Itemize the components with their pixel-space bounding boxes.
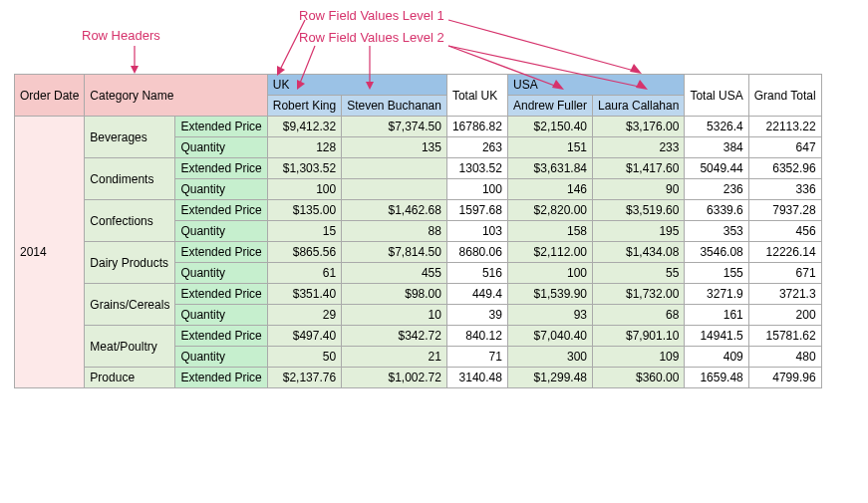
cell-value: 93 [507,305,592,326]
cell-value: 647 [748,137,821,158]
cell-value: 10 [342,305,447,326]
cell-value: 480 [748,347,821,368]
cell-category: Grains/Cereals [85,284,175,326]
cell-value: $2,820.00 [507,200,592,221]
cell-field: Extended Price [175,200,267,221]
cell-value: $1,539.90 [507,284,592,305]
cell-value: $360.00 [593,368,685,388]
cell-value: 6339.6 [685,200,748,221]
svg-line-2 [279,20,305,72]
cell-value: 155 [685,263,748,284]
table-row: ProduceExtended Price$2,137.76$1,002.723… [15,368,822,388]
col-laura: Laura Callahan [593,96,685,117]
table-row: ConfectionsExtended Price$135.00$1,462.6… [15,200,822,221]
svg-line-4 [448,20,638,72]
cell-value: 336 [748,179,821,200]
cell-value: $3,631.84 [507,158,592,179]
cell-value: $1,417.60 [593,158,685,179]
cell-value: $1,299.48 [507,368,592,388]
cell-field: Quantity [175,347,267,368]
cell-category: Produce [85,368,175,388]
cell-value: 1303.52 [446,158,507,179]
cell-value: 384 [685,137,748,158]
cell-value: 39 [446,305,507,326]
cell-field: Quantity [175,179,267,200]
cell-value: 29 [267,305,341,326]
cell-value: 16786.82 [446,117,507,137]
cell-value: 1659.48 [685,368,748,388]
col-usa: USA [507,75,684,96]
table-row: 2014BeveragesExtended Price$9,412.32$7,3… [15,117,822,137]
cell-value: 135 [342,137,447,158]
cell-value: 3721.3 [748,284,821,305]
cell-value: 3140.48 [446,368,507,388]
cell-value: 100 [267,179,341,200]
col-steven: Steven Buchanan [342,96,447,117]
cell-value: 61 [267,263,341,284]
col-robert: Robert King [267,96,341,117]
cell-value: $7,901.10 [593,326,685,347]
cell-field: Quantity [175,221,267,242]
table-row: Grains/CerealsExtended Price$351.40$98.0… [15,284,822,305]
cell-value: $9,412.32 [267,117,341,137]
cell-value: 14941.5 [685,326,748,347]
cell-value: 1597.68 [446,200,507,221]
cell-value: 449.4 [446,284,507,305]
cell-value: 12226.14 [748,242,821,263]
cell-value: 22113.22 [748,117,821,137]
cell-field: Extended Price [175,326,267,347]
cell-value: $7,814.50 [342,242,447,263]
cell-value: 15781.62 [748,326,821,347]
cell-value: 103 [446,221,507,242]
cell-value: 195 [593,221,685,242]
cell-value: 68 [593,305,685,326]
cell-value: 100 [507,263,592,284]
cell-value: 128 [267,137,341,158]
cell-value: 15 [267,221,341,242]
col-total-usa: Total USA [685,75,748,117]
cell-category: Dairy Products [85,242,175,284]
cell-value [342,158,447,179]
cell-value [342,179,447,200]
cell-value: $135.00 [267,200,341,221]
cell-field: Quantity [175,137,267,158]
cell-field: Extended Price [175,242,267,263]
cell-value: 516 [446,263,507,284]
cell-value: 4799.96 [748,368,821,388]
cell-value: 88 [342,221,447,242]
cell-value: 455 [342,263,447,284]
cell-value: 100 [446,179,507,200]
cell-category: Beverages [85,117,175,158]
col-category-name: Category Name [85,75,267,117]
cell-value: $1,002.72 [342,368,447,388]
svg-marker-5 [630,64,642,74]
cell-value: $7,374.50 [342,117,447,137]
cell-value: 3546.08 [685,242,748,263]
cell-value: $1,434.08 [593,242,685,263]
svg-marker-1 [131,66,139,74]
cell-value: 353 [685,221,748,242]
pivot-table: Order Date Category Name UK Total UK USA… [14,74,822,388]
cell-field: Extended Price [175,284,267,305]
col-order-date: Order Date [15,75,85,117]
cell-value: $3,176.00 [593,117,685,137]
annot-rfv-l1-top: Row Field Values Level 1 [299,8,444,23]
cell-field: Extended Price [175,368,267,388]
cell-field: Extended Price [175,158,267,179]
cell-value: 71 [446,347,507,368]
cell-value: $342.72 [342,326,447,347]
cell-value: 90 [593,179,685,200]
cell-value: 8680.06 [446,242,507,263]
cell-value: 5326.4 [685,117,748,137]
cell-value: $351.40 [267,284,341,305]
annot-row-headers: Row Headers [82,28,160,43]
table-row: Meat/PoultryExtended Price$497.40$342.72… [15,326,822,347]
cell-value: 233 [593,137,685,158]
cell-value: $2,150.40 [507,117,592,137]
cell-value: 3271.9 [685,284,748,305]
cell-value: 200 [748,305,821,326]
cell-value: 161 [685,305,748,326]
cell-value: $7,040.40 [507,326,592,347]
cell-value: 146 [507,179,592,200]
cell-value: 6352.96 [748,158,821,179]
